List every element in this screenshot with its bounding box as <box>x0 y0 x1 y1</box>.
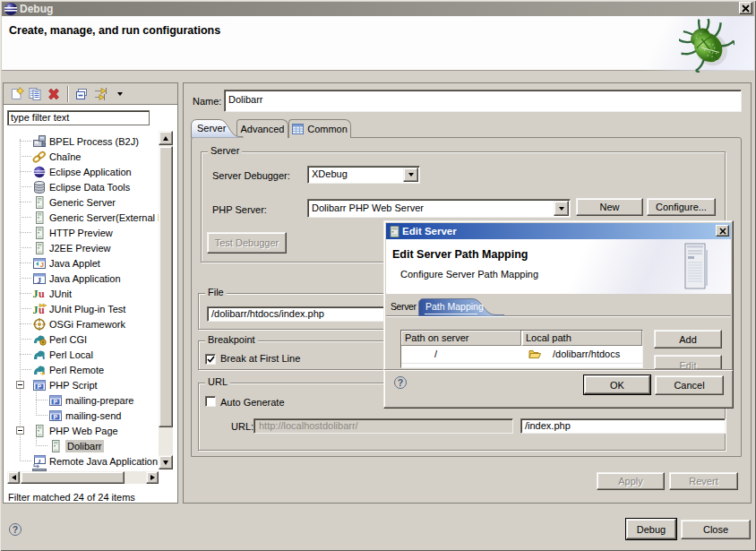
svg-text:J: J <box>38 457 41 464</box>
svg-text:u: u <box>39 288 45 300</box>
svg-text:J: J <box>33 288 39 300</box>
svg-text:J: J <box>40 261 44 269</box>
svg-text:J: J <box>33 304 39 316</box>
svg-text:J: J <box>38 275 42 284</box>
svg-text:P: P <box>38 383 42 389</box>
svg-text:P: P <box>54 413 58 419</box>
svg-text:P: P <box>54 398 58 404</box>
